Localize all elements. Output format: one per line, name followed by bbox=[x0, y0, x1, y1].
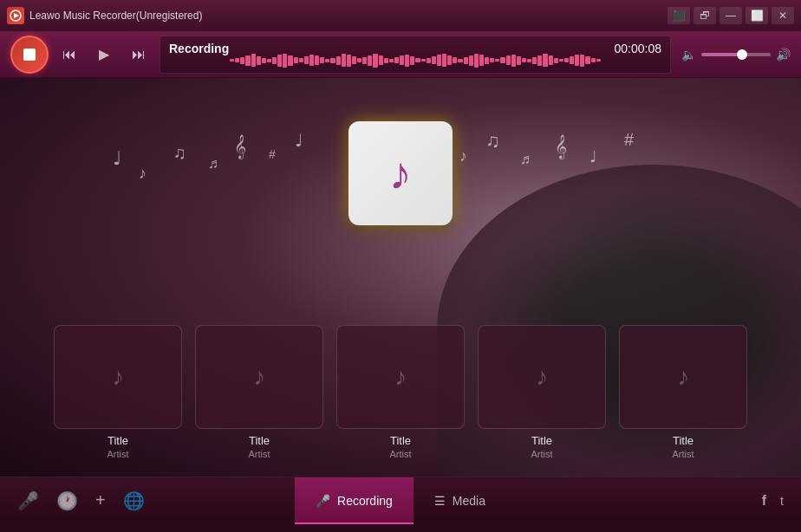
maximize-btn[interactable]: ⬜ bbox=[746, 7, 768, 24]
restore-btn[interactable]: 🗗 bbox=[694, 7, 716, 24]
media-tab-label: Media bbox=[453, 494, 485, 508]
track-art-icon-2: ♪ bbox=[394, 363, 407, 391]
track-item-3[interactable]: ♪TitleArtist bbox=[475, 325, 609, 459]
close-btn[interactable]: ✕ bbox=[772, 7, 794, 24]
timer-display: 00:00:08 bbox=[615, 42, 662, 55]
app-title: Leawo Music Recorder(Unregistered) bbox=[29, 10, 662, 22]
track-item-0[interactable]: ♪TitleArtist bbox=[51, 325, 186, 459]
recording-label: Recording bbox=[169, 42, 229, 55]
web-icon[interactable]: 🌐 bbox=[123, 490, 145, 511]
center-album-art: ♪ bbox=[348, 121, 453, 225]
track-title-4: Title bbox=[673, 434, 694, 447]
volume-slider[interactable] bbox=[701, 53, 771, 56]
clock-icon[interactable]: 🕐 bbox=[56, 490, 78, 511]
play-button[interactable]: ▶ bbox=[90, 41, 118, 68]
track-item-4[interactable]: ♪TitleArtist bbox=[616, 325, 751, 459]
microphone-icon[interactable]: 🎤 bbox=[17, 490, 39, 511]
track-art-0: ♪ bbox=[54, 325, 182, 429]
track-artist-2: Artist bbox=[389, 449, 411, 459]
track-title-3: Title bbox=[531, 434, 552, 447]
bottom-tabs: 🎤 Recording ☰ Media bbox=[295, 477, 506, 524]
tab-media[interactable]: ☰ Media bbox=[414, 477, 506, 524]
track-art-3: ♪ bbox=[478, 325, 606, 429]
bottom-bar: 🎤 🕐 + 🌐 🎤 Recording ☰ Media f t bbox=[0, 477, 801, 523]
track-artist-0: Artist bbox=[107, 449, 128, 459]
volume-low-icon: 🔈 bbox=[681, 48, 696, 62]
track-art-icon-4: ♪ bbox=[677, 363, 689, 391]
stop-button[interactable] bbox=[10, 36, 49, 74]
app-logo bbox=[7, 7, 24, 24]
svg-marker-1 bbox=[14, 13, 19, 18]
track-artist-1: Artist bbox=[248, 449, 270, 459]
track-title-1: Title bbox=[249, 434, 270, 447]
facebook-icon[interactable]: f bbox=[762, 493, 766, 509]
window-controls: ⬛ 🗗 — ⬜ ✕ bbox=[668, 7, 794, 24]
track-title-0: Title bbox=[107, 434, 128, 447]
track-artist-3: Artist bbox=[531, 449, 552, 459]
main-content: ♩ ♪ ♫ ♬ 𝄞 # ♩ ♪ ♫ ♬ 𝄞 ♩ # ♪ ♪TitleArtist… bbox=[0, 78, 801, 477]
track-art-2: ♪ bbox=[336, 325, 465, 429]
stop-icon bbox=[23, 49, 36, 61]
volume-high-icon: 🔊 bbox=[776, 48, 791, 62]
recording-tab-icon: 🎤 bbox=[316, 494, 330, 508]
track-art-icon-1: ♪ bbox=[253, 363, 265, 391]
volume-control: 🔈 🔊 bbox=[681, 48, 791, 62]
fast-forward-button[interactable]: ⏭ bbox=[125, 41, 153, 68]
track-art-icon-3: ♪ bbox=[536, 363, 548, 391]
transport-bar: ⏮ ▶ ⏭ Recording 00:00:08 🔈 🔊 bbox=[0, 31, 801, 78]
waveform-bars bbox=[230, 52, 601, 69]
media-tab-icon: ☰ bbox=[434, 494, 446, 508]
track-artist-4: Artist bbox=[672, 449, 694, 459]
track-art-4: ♪ bbox=[619, 325, 747, 429]
rewind-button[interactable]: ⏮ bbox=[55, 41, 83, 68]
add-icon[interactable]: + bbox=[95, 490, 106, 510]
track-art-icon-0: ♪ bbox=[112, 363, 124, 391]
track-item-2[interactable]: ♪TitleArtist bbox=[334, 325, 468, 459]
title-bar: Leawo Music Recorder(Unregistered) ⬛ 🗗 —… bbox=[0, 0, 801, 31]
track-title-2: Title bbox=[390, 434, 411, 447]
track-item-1[interactable]: ♪TitleArtist bbox=[192, 325, 327, 459]
twitter-icon[interactable]: t bbox=[780, 494, 784, 508]
center-music-icon: ♪ bbox=[389, 147, 412, 199]
tab-recording[interactable]: 🎤 Recording bbox=[295, 477, 414, 524]
tile-btn[interactable]: ⬛ bbox=[668, 7, 690, 24]
waveform-area: Recording 00:00:08 bbox=[160, 36, 671, 74]
track-art-1: ♪ bbox=[195, 325, 323, 429]
recording-tab-label: Recording bbox=[337, 494, 393, 508]
track-list: ♪TitleArtist♪TitleArtist♪TitleArtist♪Tit… bbox=[0, 325, 801, 459]
minimize-btn[interactable]: — bbox=[720, 7, 742, 24]
